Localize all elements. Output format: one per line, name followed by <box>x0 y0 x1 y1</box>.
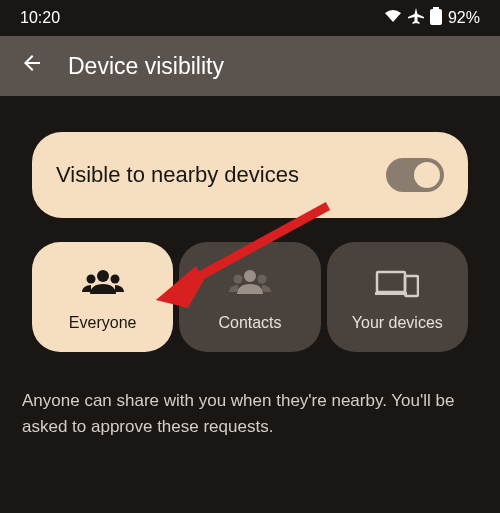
svg-point-6 <box>233 275 242 284</box>
visibility-toggle-switch[interactable] <box>386 158 444 192</box>
battery-percentage: 92% <box>448 9 480 27</box>
battery-icon <box>430 7 442 29</box>
option-contacts[interactable]: Contacts <box>179 242 320 352</box>
visibility-toggle-label: Visible to nearby devices <box>56 162 299 188</box>
svg-rect-0 <box>433 7 439 9</box>
toggle-knob <box>414 162 440 188</box>
back-arrow-icon[interactable] <box>20 51 44 81</box>
svg-rect-1 <box>430 9 442 25</box>
option-contacts-label: Contacts <box>218 314 281 332</box>
svg-point-5 <box>244 270 256 282</box>
svg-point-2 <box>97 270 109 282</box>
visibility-toggle-card[interactable]: Visible to nearby devices <box>32 132 468 218</box>
status-bar: 10:20 92% <box>0 0 500 36</box>
status-indicators: 92% <box>384 7 480 29</box>
visibility-description: Anyone can share with you when they're n… <box>0 352 500 439</box>
svg-point-3 <box>86 275 95 284</box>
page-title: Device visibility <box>68 53 224 80</box>
svg-rect-8 <box>377 272 405 292</box>
visibility-options: Everyone Contacts <box>32 242 468 352</box>
option-your-devices[interactable]: Your devices <box>327 242 468 352</box>
option-everyone[interactable]: Everyone <box>32 242 173 352</box>
option-your-devices-label: Your devices <box>352 314 443 332</box>
airplane-icon <box>408 8 424 28</box>
app-header: Device visibility <box>0 36 500 96</box>
wifi-icon <box>384 9 402 27</box>
people-icon <box>79 264 127 302</box>
svg-point-4 <box>110 275 119 284</box>
option-everyone-label: Everyone <box>69 314 137 332</box>
status-time: 10:20 <box>20 9 60 27</box>
devices-icon <box>375 264 419 302</box>
svg-point-7 <box>257 275 266 284</box>
people-icon <box>226 264 274 302</box>
svg-rect-9 <box>375 292 407 295</box>
